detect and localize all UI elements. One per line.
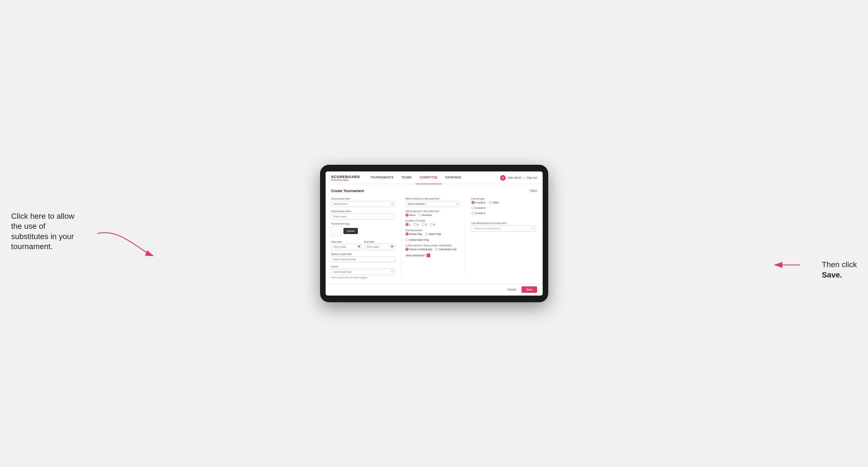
event-teams-radio[interactable] <box>405 248 408 251</box>
tournament-host-label: Tournament Host <box>331 197 395 200</box>
format-group: Format type 5 count 4 Other <box>471 197 536 215</box>
rounds-2[interactable]: 2 <box>413 223 419 226</box>
rounds-4[interactable]: 4 <box>430 223 435 226</box>
scoring-medal-match[interactable]: Medal Match Play <box>405 238 429 241</box>
rounds-3[interactable]: 3 <box>422 223 427 226</box>
gender-womens-radio[interactable] <box>418 214 421 217</box>
scoring-medal-radio[interactable] <box>405 238 408 241</box>
rounds-4-radio[interactable] <box>430 223 433 226</box>
format-6count4-radio[interactable] <box>471 206 474 209</box>
tournament-logo-group: Tournament logo ⛶ Upload <box>331 222 395 236</box>
outer-wrapper: Click here to allow the use of substitut… <box>11 165 857 302</box>
format-5count4[interactable]: 5 count 4 <box>471 201 486 204</box>
gender-womens[interactable]: Womens <box>418 214 432 217</box>
rounds-2-radio[interactable] <box>413 223 416 226</box>
scoring-label: Scoring system <box>405 229 460 231</box>
tournament-name-input[interactable] <box>331 214 395 220</box>
format-6count4[interactable]: 6 count 4 <box>471 206 536 209</box>
scoring-stroke-radio[interactable] <box>405 232 408 236</box>
format-row-1: 5 count 4 Other <box>471 201 536 204</box>
nav-committee[interactable]: COMMITTEE <box>416 172 442 184</box>
gender-label: Which gender is the event for? <box>405 210 460 213</box>
rounds-group: Number of rounds 1 2 <box>405 219 460 226</box>
rounds-radio-group: 1 2 3 <box>405 223 460 226</box>
format-6count5[interactable]: 6 count 5 <box>471 212 536 215</box>
save-button[interactable]: Save <box>522 286 537 293</box>
annotation-right: Then click Save. <box>822 260 857 280</box>
substitutes-group: Allow substitutes? ✓ <box>405 253 460 257</box>
gender-mens[interactable]: Mens <box>405 214 415 217</box>
start-date-group: Start date 📅 <box>331 239 362 250</box>
tournament-host-input[interactable] <box>331 201 395 207</box>
rounds-3-radio[interactable] <box>422 223 425 226</box>
rounds-1[interactable]: 1 <box>405 223 411 226</box>
format-other[interactable]: Other <box>489 201 499 204</box>
annotation-right-text1: Then click <box>822 260 857 269</box>
end-date-group: End date 📅 <box>364 239 395 250</box>
event-type-label: Is this event for Teams and/or Individua… <box>405 244 460 247</box>
scoring-radio-group: Stroke Play Match Play Medal Match Play <box>405 232 460 241</box>
gender-group: Which gender is the event for? Mens Wome… <box>405 210 460 217</box>
page-title: Create Tournament <box>331 189 364 193</box>
rounds-1-radio[interactable] <box>405 223 408 226</box>
tournament-logo-label: Tournament logo <box>331 222 395 225</box>
middle-column: Which division is the event for? NCAA Di… <box>401 197 465 279</box>
sign-out-link[interactable]: Sign out <box>527 176 537 179</box>
division-label: Which division is the event for? <box>405 197 460 200</box>
format-label: Format type <box>471 197 536 200</box>
substitutes-checkbox-item: Allow substitutes? ✓ <box>405 253 460 257</box>
sponsor-input[interactable] <box>331 256 395 262</box>
nav-tournaments[interactable]: TOURNAMENTS <box>367 172 397 184</box>
division-select-wrapper: NCAA Division I <box>405 201 460 207</box>
tablet-screen: SCOREBOARD Powered by clippd TOURNAMENTS… <box>326 172 543 295</box>
right-column: Format type 5 count 4 Other <box>470 197 537 279</box>
gender-radio-group: Mens Womens <box>405 214 460 217</box>
event-teams[interactable]: Teams (+Individuals) <box>405 248 432 251</box>
scoring-match-play[interactable]: Match Play <box>425 232 441 236</box>
format-6count5-radio[interactable] <box>471 212 474 215</box>
logo-placeholder-icon: ⛶ <box>331 226 341 236</box>
start-date-label: Start date <box>331 241 342 243</box>
nav-rankings[interactable]: RANKINGS <box>442 172 465 184</box>
cancel-button[interactable]: Cancel <box>504 286 519 293</box>
logo-main-text: SCOREBOARD <box>331 175 360 179</box>
scoring-match-radio[interactable] <box>425 232 428 236</box>
date-group: Start date 📅 End date <box>331 239 395 250</box>
format-other-radio[interactable] <box>489 201 492 204</box>
substitutes-checkbox[interactable]: ✓ <box>427 253 430 257</box>
navbar: SCOREBOARD Powered by clippd TOURNAMENTS… <box>326 172 543 184</box>
scoring-api-label: Use third-party live scoring API? <box>471 222 536 225</box>
scoring-api-select-wrapper: Select a scoring service <box>471 225 536 231</box>
nav-teams[interactable]: TEAMS <box>398 172 416 184</box>
back-link[interactable]: Back <box>529 189 537 192</box>
gender-mens-radio[interactable] <box>405 214 408 217</box>
venue-input[interactable] <box>331 269 395 275</box>
page-content: Create Tournament Back Tournament Host ▾ <box>326 184 543 283</box>
substitutes-label: Allow substitutes? <box>405 254 426 257</box>
tablet-device: SCOREBOARD Powered by clippd TOURNAMENTS… <box>320 165 548 302</box>
venue-note: Can't find your venue? email support <box>331 276 395 279</box>
scoring-api-select[interactable]: Select a scoring service <box>471 225 536 231</box>
annotation-left: Click here to allow the use of substitut… <box>11 211 84 252</box>
logo: SCOREBOARD Powered by clippd <box>331 175 360 181</box>
event-type-group: Is this event for Teams and/or Individua… <box>405 244 460 251</box>
scoring-api-group: Use third-party live scoring API? Select… <box>471 222 536 231</box>
nav-right: B blair admin | Sign out <box>500 175 537 181</box>
venue-dropdown-icon: ▾ <box>392 271 393 273</box>
nav-links: TOURNAMENTS TEAMS COMMITTEE RANKINGS <box>367 172 500 184</box>
event-individuals-radio[interactable] <box>435 248 438 251</box>
upload-button[interactable]: Upload <box>343 228 358 234</box>
event-individuals[interactable]: Individuals Only <box>435 248 457 251</box>
search-icon: ▾ <box>392 203 393 206</box>
division-select[interactable]: NCAA Division I <box>405 201 460 207</box>
calendar-icon-end: 📅 <box>391 246 394 248</box>
venue-label: Venue <box>331 265 395 268</box>
nav-avatar: B <box>500 175 506 181</box>
scoring-stroke-play[interactable]: Stroke Play <box>405 232 422 236</box>
format-5count4-radio[interactable] <box>471 201 474 204</box>
email-support-link[interactable]: email support <box>354 276 367 279</box>
division-group: Which division is the event for? NCAA Di… <box>405 197 460 207</box>
tournament-host-group: Tournament Host ▾ <box>331 197 395 207</box>
end-date-label: End date <box>364 241 374 243</box>
end-date-wrap: 📅 <box>364 244 395 250</box>
